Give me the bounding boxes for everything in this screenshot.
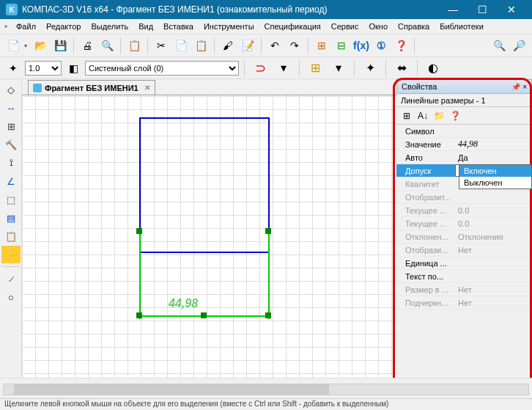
tolerance-dropdown[interactable]: Включен Выключен — [459, 164, 532, 189]
line-tool[interactable]: ⟋ — [1, 270, 21, 288]
menu-help[interactable]: Справка — [394, 21, 434, 32]
undo-button[interactable]: ↶ — [266, 37, 284, 54]
prop-row[interactable]: Размер в ...Нет — [396, 283, 532, 296]
edit-tool[interactable]: 🔨 — [1, 136, 21, 153]
brush-button[interactable]: 🖌 — [219, 37, 237, 54]
prop-row[interactable]: Текст по... — [396, 270, 532, 283]
minimize-button[interactable]: — — [438, 0, 468, 19]
rectangle-shape[interactable] — [139, 117, 270, 253]
prop-value[interactable]: Да — [455, 153, 532, 162]
measure-tool[interactable]: ∠ — [1, 172, 21, 190]
menu-insert[interactable]: Вставка — [159, 21, 198, 32]
handle[interactable] — [265, 228, 271, 234]
geometry-tool[interactable]: ◇ — [1, 81, 21, 98]
prop-row[interactable]: Отобразит... — [396, 191, 532, 204]
menu-window[interactable]: Окно — [364, 21, 392, 32]
notation-tool[interactable]: ⊞ — [1, 117, 21, 135]
coords-button[interactable]: ✦ — [360, 59, 380, 78]
prop-row[interactable]: Символ — [396, 125, 532, 138]
redo-button[interactable]: ↷ — [286, 37, 303, 54]
prop-value[interactable]: Нет — [455, 285, 532, 294]
grid-drop[interactable]: ▾ — [328, 59, 349, 78]
help-button[interactable]: ❓ — [392, 37, 410, 54]
menu-select[interactable]: Выделить — [86, 21, 133, 32]
categorize-icon[interactable]: ⊞ — [399, 109, 414, 123]
param-tool[interactable]: ⟟ — [1, 154, 21, 172]
paste-button[interactable]: 📋 — [192, 37, 210, 54]
drawing-canvas[interactable]: 44,98 — [22, 95, 396, 387]
zoom-out-button[interactable]: 🔎 — [510, 37, 528, 54]
panel-title-bar[interactable]: Свойства 📌 × — [396, 79, 532, 94]
dim-extension-2[interactable] — [268, 231, 270, 319]
dimension-tool[interactable]: ↔ — [1, 99, 21, 117]
manager-button[interactable]: ⊟ — [333, 37, 350, 54]
pin-icon[interactable]: 📌 × — [511, 83, 527, 91]
prop-value[interactable]: 44,98 — [455, 139, 532, 150]
close-button[interactable]: ✕ — [497, 0, 526, 19]
handle[interactable] — [136, 228, 142, 234]
prop-value[interactable]: Нет — [455, 246, 532, 255]
snap-drop[interactable]: ▾ — [273, 59, 294, 78]
layer-combo[interactable]: Системный слой (0) — [85, 61, 239, 76]
select-tool[interactable]: ⬚ — [1, 191, 21, 208]
circle-tool[interactable]: ○ — [1, 288, 21, 306]
maximize-button[interactable]: ☐ — [468, 0, 497, 19]
doc-props-button[interactable]: 📋 — [125, 37, 143, 54]
layers-button[interactable]: ◧ — [64, 59, 82, 77]
new-button[interactable]: 📄 — [4, 37, 29, 54]
prop-row[interactable]: Текущее ...0.0 — [396, 217, 532, 230]
props-button[interactable]: 📝 — [239, 37, 256, 54]
preview-button[interactable]: 🔍 — [98, 37, 116, 54]
prop-value[interactable]: Нет — [455, 299, 532, 307]
prop-row[interactable]: Отклонен...Отклонения — [396, 230, 532, 244]
cut-button[interactable]: ✂ — [152, 37, 170, 54]
vars-button[interactable]: ① — [372, 37, 390, 54]
prop-value[interactable]: 0.0 — [455, 206, 532, 215]
prop-value[interactable]: Отклонения — [455, 233, 532, 241]
prop-row[interactable]: Подчеркн...Нет — [396, 296, 532, 310]
tab-close[interactable]: ✕ — [144, 84, 150, 92]
dim-text[interactable]: 44,98 — [169, 297, 198, 310]
menu-view[interactable]: Вид — [134, 21, 158, 32]
reports-tool[interactable]: 📋 — [1, 227, 21, 245]
prop-row[interactable]: АвтоДа — [396, 151, 532, 164]
handle[interactable] — [201, 312, 207, 318]
prop-row[interactable]: Текущее ...0.0 — [396, 204, 532, 217]
grid-button[interactable]: ⊞ — [305, 59, 325, 78]
ortho-button[interactable]: ⬌ — [391, 59, 412, 78]
handle[interactable] — [136, 312, 142, 318]
zoom-in-button[interactable]: 🔍 — [490, 37, 508, 54]
prop-value[interactable]: 0.0 — [455, 219, 532, 228]
help-icon[interactable]: ❓ — [448, 109, 462, 123]
snap-button[interactable]: ⊃ — [250, 59, 270, 78]
spec-button[interactable]: ⊞ — [313, 37, 330, 54]
print-button[interactable]: 🖨 — [78, 37, 96, 54]
menu-spec[interactable]: Спецификация — [260, 21, 325, 32]
round-button[interactable]: ◐ — [423, 59, 443, 78]
menu-libs[interactable]: Библиотеки — [435, 21, 488, 32]
open-button[interactable]: 📂 — [32, 37, 49, 54]
spec-tool[interactable]: ▤ — [1, 209, 21, 227]
menu-file[interactable]: Файл — [12, 21, 40, 32]
prop-row[interactable]: Единица ... — [396, 257, 532, 270]
handle[interactable] — [265, 312, 271, 318]
prop-row[interactable]: Значение44,98 — [396, 138, 532, 151]
h-scrollbar[interactable] — [3, 384, 529, 395]
copy-button[interactable]: 📄 — [172, 37, 190, 54]
scale-combo[interactable]: 1.0 — [25, 61, 62, 76]
orient-button[interactable]: ✦ — [4, 59, 22, 77]
prop-key: Квалитет — [396, 180, 455, 188]
sort-icon[interactable]: A↓ — [415, 109, 430, 123]
menu-tools[interactable]: Инструменты — [199, 21, 259, 32]
dd-option-off[interactable]: Выключен — [459, 177, 531, 188]
menu-editor[interactable]: Редактор — [42, 21, 85, 32]
fx-button[interactable]: f(x) — [352, 37, 370, 54]
insert-tool[interactable]: ⚡ — [1, 246, 21, 263]
prop-row[interactable]: Отобрази...Нет — [396, 244, 532, 257]
folder-icon[interactable]: 📁 — [432, 109, 446, 123]
dim-extension-1[interactable] — [139, 231, 141, 319]
doc-tab[interactable]: Фрагмент БЕЗ ИМЕНИ1 ✕ — [28, 80, 155, 95]
save-button[interactable]: 💾 — [51, 37, 69, 54]
menu-service[interactable]: Сервис — [327, 21, 363, 32]
dd-option-on[interactable]: Включен — [459, 165, 531, 177]
